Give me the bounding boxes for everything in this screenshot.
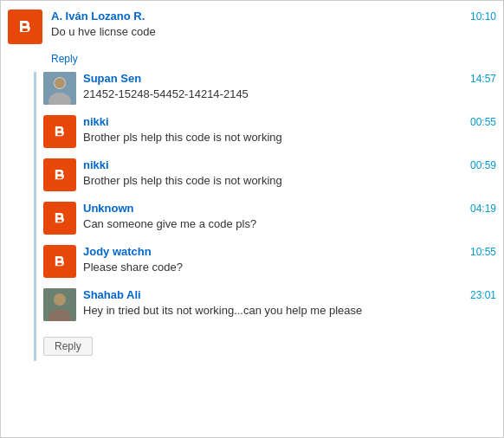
reply-text-unknown: Can someone give me a code pls? [83, 216, 496, 232]
blogger-icon-unknown [43, 202, 76, 235]
reply-header-nikki1: nikki 00:55 [83, 115, 496, 128]
reply-item: Unknown 04:19 Can someone give me a code… [43, 202, 496, 235]
reply-author-nikki1[interactable]: nikki [83, 115, 109, 128]
reply-avatar-supan [43, 72, 76, 105]
reply-time-unknown: 04:19 [470, 203, 496, 215]
reply-text-nikki1: Brother pls help this code is not workin… [83, 130, 496, 145]
reply-body-jody: Jody watchn 10:55 Please share code? [83, 245, 496, 275]
reply-time-nikki2: 00:59 [470, 159, 496, 171]
reply-body-unknown: Unknown 04:19 Can someone give me a code… [83, 202, 496, 232]
top-comment: A. Iván Lozano R. 10:10 Do u hve licnse … [8, 10, 496, 44]
blogger-icon-nikki2 [43, 158, 76, 191]
reply-avatar-shahab [43, 288, 76, 321]
photo-avatar-supan [43, 72, 76, 105]
top-comment-time: 10:10 [470, 10, 496, 23]
reply-time-nikki1: 00:55 [470, 116, 496, 128]
reply-author-nikki2[interactable]: nikki [83, 158, 109, 171]
top-comment-avatar [8, 10, 42, 44]
replies-container: Supan Sen 14:57 21452-15248-54452-14214-… [34, 72, 496, 361]
reply-header-unknown: Unknown 04:19 [83, 202, 496, 215]
bottom-reply-button[interactable]: Reply [43, 337, 93, 356]
reply-author-shahab[interactable]: Shahab Ali [83, 288, 141, 301]
reply-body-supan: Supan Sen 14:57 21452-15248-54452-14214-… [83, 72, 496, 102]
photo-avatar-shahab [43, 288, 76, 321]
reply-time-shahab: 23:01 [470, 289, 496, 301]
reply-time-jody: 10:55 [470, 246, 496, 258]
bottom-reply-container: Reply [43, 332, 496, 361]
blogger-icon [8, 10, 42, 44]
reply-item: Supan Sen 14:57 21452-15248-54452-14214-… [43, 72, 496, 105]
top-comment-body: A. Iván Lozano R. 10:10 Do u hve licnse … [51, 10, 496, 40]
reply-item: nikki 00:55 Brother pls help this code i… [43, 115, 496, 148]
reply-text-supan: 21452-15248-54452-14214-2145 [83, 87, 496, 102]
top-comment-text: Do u hve licnse code [51, 24, 496, 40]
blogger-icon-nikki1 [43, 115, 76, 148]
top-comment-author[interactable]: A. Iván Lozano R. [51, 10, 145, 23]
top-reply-link[interactable]: Reply [51, 53, 78, 65]
reply-header-nikki2: nikki 00:59 [83, 158, 496, 171]
reply-text-shahab: Hey in tried but its not working...can y… [83, 303, 496, 319]
reply-avatar-nikki2 [43, 158, 76, 191]
reply-body-shahab: Shahab Ali 23:01 Hey in tried but its no… [83, 288, 496, 319]
reply-header-jody: Jody watchn 10:55 [83, 245, 496, 258]
reply-item: Shahab Ali 23:01 Hey in tried but its no… [43, 288, 496, 321]
reply-text-jody: Please share code? [83, 260, 496, 275]
reply-author-unknown[interactable]: Unknown [83, 202, 134, 215]
reply-avatar-unknown [43, 202, 76, 235]
reply-body-nikki2: nikki 00:59 Brother pls help this code i… [83, 158, 496, 189]
reply-text-nikki2: Brother pls help this code is not workin… [83, 173, 496, 189]
reply-header-supan: Supan Sen 14:57 [83, 72, 496, 85]
reply-author-jody[interactable]: Jody watchn [83, 245, 152, 258]
svg-point-10 [54, 293, 66, 306]
reply-item: Jody watchn 10:55 Please share code? [43, 245, 496, 278]
reply-body-nikki1: nikki 00:55 Brother pls help this code i… [83, 115, 496, 145]
comment-section: A. Iván Lozano R. 10:10 Do u hve licnse … [0, 0, 504, 438]
reply-time-supan: 14:57 [470, 73, 496, 85]
blogger-icon-jody [43, 245, 76, 278]
reply-item: nikki 00:59 Brother pls help this code i… [43, 158, 496, 191]
reply-avatar-jody [43, 245, 76, 278]
reply-header-shahab: Shahab Ali 23:01 [83, 288, 496, 301]
top-comment-header: A. Iván Lozano R. 10:10 [51, 10, 496, 23]
reply-avatar-nikki1 [43, 115, 76, 148]
reply-author-supan[interactable]: Supan Sen [83, 72, 141, 85]
svg-point-4 [55, 78, 65, 88]
